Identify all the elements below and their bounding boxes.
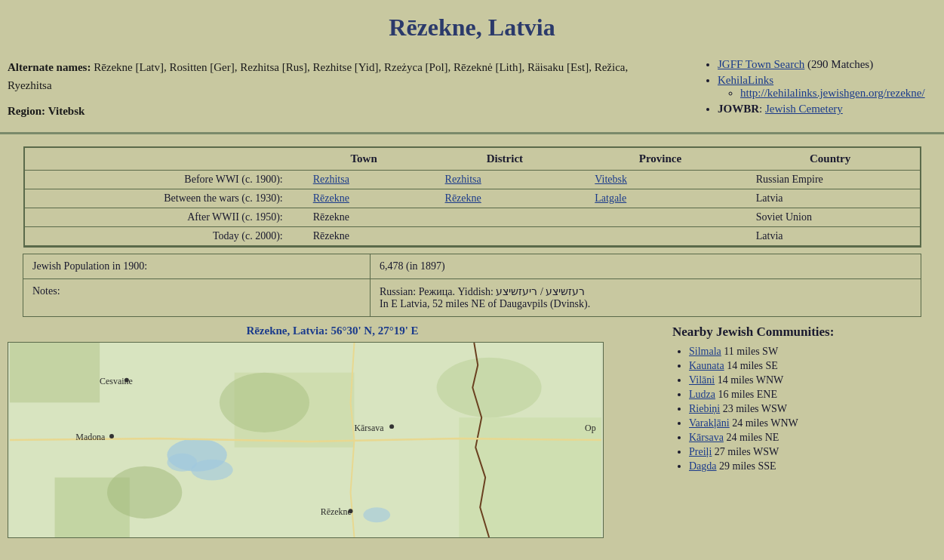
row-town-1: Rezhitsa (298, 171, 430, 189)
kehila-url-link[interactable]: http://kehilalinks.jewishgen.org/rezekne… (740, 87, 925, 99)
row-town-2: Rēzekne (298, 189, 430, 208)
notes-row: Notes: Russian: Режица. Yiddish: רעזשיצע… (23, 279, 921, 317)
province-link-2[interactable]: Latgale (595, 192, 626, 204)
nearby-communities: Nearby Jewish Communities: Silmala 11 mi… (657, 317, 944, 538)
population-label: Jewish Population in 1900: (23, 254, 371, 278)
row-country-4: Latvia (741, 227, 920, 246)
region-value: Vitebsk (48, 105, 85, 117)
population-row: Jewish Population in 1900: 6,478 (in 189… (23, 254, 921, 279)
dagda-link[interactable]: Dagda (689, 460, 717, 472)
outer-table: Town District Province Country Before WW… (23, 146, 921, 248)
table-row: Before WWI (c. 1900): Rezhitsa Rezhitsa … (25, 171, 920, 189)
kehila-sub-list: http://kehilalinks.jewishgen.org/rezekne… (718, 87, 929, 100)
vilani-link[interactable]: Vilāni (689, 374, 715, 386)
svg-point-3 (167, 454, 197, 472)
alternate-names-value: Rēzekne [Latv], Rositten [Ger], Rezhitsa… (8, 61, 628, 91)
svg-text:Rēzekne: Rēzekne (321, 506, 352, 517)
region-line: Region: Vitebsk (8, 105, 672, 118)
list-item: Vilāni 14 miles WNW (689, 374, 929, 386)
kehila-url-item: http://kehilalinks.jewishgen.org/rezekne… (740, 87, 929, 100)
links-section: JGFF Town Search (290 Matches) KehilaLin… (687, 58, 929, 118)
bottom-section: Rēzekne, Latvia: 56°30' N, 27°19' E (0, 317, 944, 538)
province-link-1[interactable]: Vitebsk (595, 174, 627, 185)
table-row: Today (c. 2000): Rēzekne Latvia (25, 227, 920, 246)
list-item: Ludza 16 miles ENE (689, 389, 929, 401)
jgff-matches-text: (290 Matches) (807, 58, 873, 70)
silmala-link[interactable]: Silmala (689, 346, 721, 357)
row-country-3: Soviet Union (741, 208, 920, 227)
table-header-row: Town District Province Country (25, 148, 920, 171)
svg-point-9 (220, 373, 309, 432)
row-province-3 (580, 208, 740, 227)
row-period-4: Today (c. 2000): (25, 227, 298, 246)
links-list: JGFF Town Search (290 Matches) KehilaLin… (703, 58, 929, 115)
row-district-3 (430, 208, 580, 227)
region-label: Region: (8, 105, 45, 117)
svg-point-17 (125, 378, 129, 383)
table-row: Between the wars (c. 1930): Rēzekne Rēze… (25, 189, 920, 208)
svg-rect-8 (459, 417, 601, 537)
svg-point-18 (109, 434, 114, 438)
info-section: Jewish Population in 1900: 6,478 (in 189… (0, 254, 944, 317)
page-title: Rēzekne, Latvia (0, 0, 944, 51)
row-period-1: Before WWI (c. 1900): (25, 171, 298, 189)
map-section: Rēzekne, Latvia: 56°30' N, 27°19' E (0, 317, 657, 538)
row-province-4 (580, 227, 740, 246)
row-province-1: Vitebsk (580, 171, 740, 189)
row-town-4: Rēzekne (298, 227, 430, 246)
row-period-2: Between the wars (c. 1930): (25, 189, 298, 208)
alternate-names: Alternate names: Rēzekne [Latv], Rositte… (8, 58, 672, 94)
col-header-country: Country (741, 148, 920, 171)
list-item: Riebiņi 23 miles WSW (689, 403, 929, 415)
col-header-town: Town (298, 148, 430, 171)
svg-point-20 (349, 509, 353, 513)
svg-text:Madona: Madona (75, 432, 106, 442)
col-header-period (25, 148, 298, 171)
svg-point-4 (363, 507, 390, 522)
preili-link[interactable]: Preiļi (689, 446, 712, 457)
kehila-item: KehilaLinks http://kehilalinks.jewishgen… (718, 74, 929, 100)
jowbr-link[interactable]: Jewish Cemetery (765, 103, 843, 115)
row-period-3: After WWII (c. 1950): (25, 208, 298, 227)
kaunata-link[interactable]: Kaunata (689, 360, 724, 371)
svg-rect-5 (10, 343, 100, 402)
list-item: Varakļāni 24 miles WNW (689, 417, 929, 429)
varaklani-link[interactable]: Varakļāni (689, 417, 730, 429)
notes-value: Russian: Режица. Yiddish: רעזשיצע / ריעז… (371, 279, 921, 316)
col-header-district: District (430, 148, 580, 171)
location-table-wrapper: Town District Province Country Before WW… (0, 140, 944, 254)
jowbr-label: JOWBR (718, 103, 759, 115)
ludza-link[interactable]: Ludza (689, 389, 715, 400)
kehila-link[interactable]: KehilaLinks (718, 74, 773, 86)
map-title: Rēzekne, Latvia: 56°30' N, 27°19' E (8, 325, 657, 337)
svg-point-11 (437, 358, 542, 417)
jgff-link[interactable]: JGFF Town Search (718, 58, 804, 70)
population-value: 6,478 (in 1897) (371, 254, 921, 278)
town-link-2[interactable]: Rēzekne (313, 192, 349, 204)
town-link-1[interactable]: Rezhitsa (313, 174, 349, 185)
top-section: Alternate names: Rēzekne [Latv], Rositte… (0, 51, 944, 126)
karsava-link[interactable]: Kārsava (689, 432, 724, 443)
row-country-2: Latvia (741, 189, 920, 208)
list-item: Kaunata 14 miles SE (689, 360, 929, 372)
row-town-3: Rēzekne (298, 208, 430, 227)
divider-top (0, 132, 944, 134)
list-item: Silmala 11 miles SW (689, 346, 929, 358)
row-district-2: Rēzekne (430, 189, 580, 208)
row-country-1: Russian Empire (741, 171, 920, 189)
svg-point-2 (191, 460, 233, 481)
riebini-link[interactable]: Riebiņi (689, 403, 720, 414)
map-container: Cesvaine Madona Kārsava Rēzekne Op (8, 342, 604, 538)
nearby-list: Silmala 11 miles SW Kaunata 14 miles SE … (672, 346, 929, 472)
list-item: Dagda 29 miles SSE (689, 460, 929, 472)
alternate-names-region: Alternate names: Rēzekne [Latv], Rositte… (8, 58, 672, 118)
jgff-item: JGFF Town Search (290 Matches) (718, 58, 929, 71)
svg-text:Op: Op (585, 423, 596, 433)
map-svg: Cesvaine Madona Kārsava Rēzekne Op (8, 343, 603, 537)
row-district-4 (430, 227, 580, 246)
district-link-1[interactable]: Rezhitsa (445, 174, 481, 185)
district-link-2[interactable]: Rēzekne (445, 192, 481, 204)
table-row: After WWII (c. 1950): Rēzekne Soviet Uni… (25, 208, 920, 227)
nearby-title: Nearby Jewish Communities: (672, 325, 929, 340)
svg-point-19 (389, 424, 394, 429)
